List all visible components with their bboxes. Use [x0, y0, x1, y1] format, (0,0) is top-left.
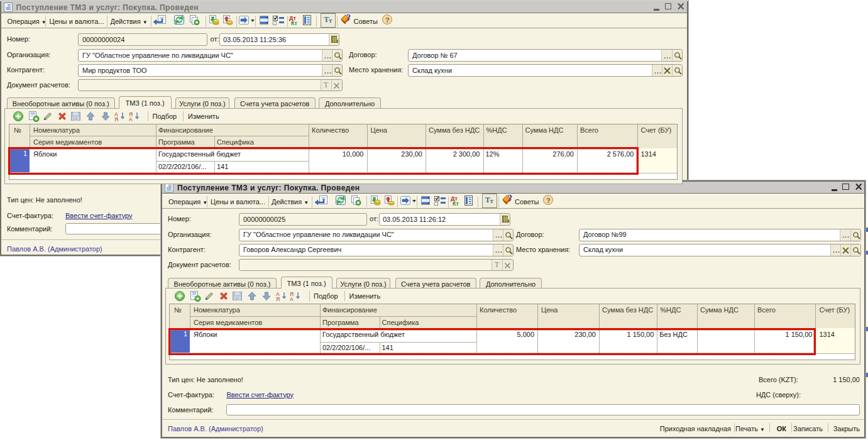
svg-text:ОК: ОК	[74, 117, 78, 121]
svg-text:?: ?	[546, 197, 551, 204]
svg-text:А: А	[129, 116, 133, 122]
svg-text:Я: Я	[114, 116, 118, 122]
svg-text:А: А	[290, 296, 294, 302]
svg-text:?: ?	[385, 16, 390, 24]
svg-text:ОК: ОК	[234, 297, 239, 300]
svg-text:?: ?	[346, 14, 351, 23]
svg-text:?: ?	[508, 194, 512, 203]
svg-text:Кт: Кт	[453, 201, 459, 206]
svg-text:Кт: Кт	[291, 20, 297, 25]
svg-text:Я: Я	[276, 296, 280, 302]
